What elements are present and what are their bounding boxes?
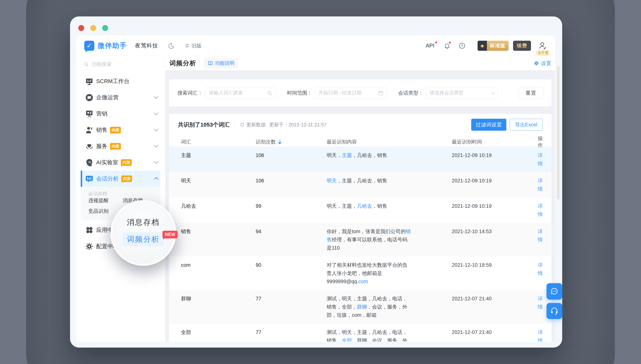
sidebar-item-service[interactable]: 服务内测 [81, 138, 160, 154]
search-icon [84, 61, 89, 67]
magnified-message-archive-label: 消息存档 [127, 217, 160, 227]
column-word: 词汇 [178, 138, 253, 145]
cell-count: 77 [253, 294, 324, 303]
cell-action: 详情 [535, 328, 543, 342]
sidebar-item-scrm[interactable]: SCRM工作台 [81, 73, 160, 90]
cell-action: 详情 [535, 202, 543, 218]
chat-icon [85, 93, 94, 102]
presentation-icon [85, 110, 94, 118]
monitor-icon [85, 77, 94, 86]
plan-badge[interactable]: ◆ 标准版 [478, 41, 509, 51]
app-logo-icon[interactable]: ✓ [84, 41, 94, 51]
notifications-bell-icon[interactable] [444, 42, 450, 49]
divider [179, 42, 180, 49]
table-row: 几哈去99明天，主题，几哈去，销售2021-12-09 10:19详情 [169, 198, 551, 223]
calendar-icon [378, 90, 383, 96]
sidebar-item-label: SCRM工作台 [96, 78, 130, 85]
sort-carets-icon[interactable] [278, 140, 281, 144]
export-excel-button[interactable]: 导出Excel [510, 119, 542, 131]
top-navbar: ✓ 微伴助手 夜莺科技 旧版 API ? [76, 36, 555, 56]
chevron-down-icon [154, 110, 158, 115]
renew-button[interactable]: 续费 [513, 41, 531, 51]
table-row: 明天106明天，主题，几哈去，销售2021-12-09 10:19详情 [169, 172, 551, 198]
swap-arrows-icon [184, 43, 190, 48]
window-controls [78, 25, 108, 31]
table-row: 群聊77测试，明天，主题，几哈去，电话，销售，全部，群聊，会议，服务，外部，垃圾… [169, 290, 551, 324]
detail-link[interactable]: 详情 [538, 203, 543, 217]
cell-count: 77 [253, 328, 324, 336]
new-badge: NEW [163, 231, 178, 238]
switch-old-version-link[interactable]: 旧版 [184, 42, 202, 49]
cell-recent-time: 2021-12-09 10:19 [449, 176, 535, 185]
cell-recent-time: 2021-12-10 18:59 [449, 261, 535, 269]
refresh-data-button[interactable]: 更新数据 [240, 122, 266, 128]
sidebar-search-input[interactable] [92, 62, 158, 67]
minimize-window-button[interactable] [90, 25, 96, 31]
user-icon: ¥ [85, 126, 94, 134]
book-icon [208, 60, 213, 66]
chat-bubble-icon [550, 287, 559, 296]
last-updated-text: 更新于：2021-12-11 21:57 [269, 122, 326, 128]
word-search-field[interactable] [205, 87, 276, 99]
sidebar-item-sales[interactable]: ¥销售内测 [81, 122, 160, 138]
cell-count: 106 [253, 176, 324, 185]
sidebar-item-label: 销售 [96, 126, 107, 134]
reset-button[interactable]: 重置 [519, 87, 543, 99]
highlighted-word: 群聊 [357, 304, 367, 310]
detail-link[interactable]: 详情 [538, 152, 543, 166]
sidebar-item-ai-lab[interactable]: AIAI实验室内测 [81, 154, 160, 170]
help-question-icon[interactable]: ? [459, 42, 465, 49]
detail-link[interactable]: 详情 [538, 178, 543, 192]
search-word-label: 搜索词汇： [177, 90, 203, 96]
sidebar-item-marketing[interactable]: 营销 [81, 106, 160, 122]
filter-words-settings-button[interactable]: 过滤词设置 [471, 119, 506, 131]
cell-action: 详情 [535, 294, 543, 311]
cell-recent-time: 2021-12-09 10:19 [449, 151, 535, 160]
cell-word: com [178, 261, 253, 269]
cell-word: 群聊 [178, 294, 253, 303]
results-card: 共识别了1053个词汇 更新数据 更新于：2021-12-11 21:57 过滤… [169, 114, 551, 342]
browser-window: ✓ 微伴助手 夜莺科技 旧版 API ? [70, 16, 562, 348]
sidebar-item-qiwei[interactable]: 企微运营 [81, 90, 160, 106]
sidebar-search[interactable] [84, 59, 158, 69]
maximize-window-button[interactable] [102, 25, 108, 31]
detail-link[interactable]: 详情 [538, 330, 543, 342]
scrollbar-thumb[interactable] [557, 66, 559, 200]
dark-mode-moon-icon[interactable] [168, 42, 175, 49]
cell-word: 明天 [178, 176, 253, 185]
customer-service-float-button[interactable] [546, 303, 562, 319]
table-row: 全部77测试，明天，主题，几哈去，电话，销售，全部，群聊，会议，服务，外部，垃圾… [169, 324, 551, 342]
sidebar-item-label: 营销 [96, 110, 107, 118]
cell-recent-time: 2021-12-07 21:40 [449, 328, 535, 336]
column-count[interactable]: 识别次数 [253, 138, 324, 145]
cell-count: 106 [253, 151, 324, 160]
settings-button[interactable]: 设置 [534, 60, 551, 67]
close-window-button[interactable] [78, 25, 84, 31]
highlighted-word: 主题 [342, 152, 352, 158]
cell-count: 90 [253, 261, 324, 269]
api-link[interactable]: API [426, 42, 434, 49]
detail-link[interactable]: 详情 [538, 296, 543, 310]
table-body: 主题106明天，主题，几哈去，销售2021-12-09 10:19详情明天106… [169, 147, 551, 342]
detail-link[interactable]: 详情 [538, 229, 543, 242]
heart-icon [85, 142, 94, 151]
word-search-input[interactable] [209, 90, 267, 96]
avatar[interactable]: 未开通 [538, 41, 548, 50]
cell-recent-content: 明天，主题，几哈去，销售 [324, 151, 411, 160]
feature-help-button[interactable]: 功能说明 [204, 58, 238, 68]
sidebar-item-analysis[interactable]: 会话分析内测 [81, 170, 160, 187]
navbar-right: API ? ◆ 标准版 续费 未开通 [426, 41, 548, 51]
sidebar-item-label: 企微运营 [96, 94, 119, 101]
cell-recent-time: 2021-12-07 21:40 [449, 294, 535, 303]
magnified-word-frequency-item[interactable]: 词频分析 NEW [123, 232, 164, 246]
column-recent-content: 最近识别内容 [324, 138, 449, 145]
submenu-item[interactable]: 违规提醒 [88, 196, 123, 206]
cell-recent-time: 2021-12-09 10:19 [449, 202, 535, 210]
cell-action: 详情 [535, 151, 543, 168]
feedback-chat-float-button[interactable] [546, 283, 562, 300]
detail-link[interactable]: 详情 [538, 262, 543, 276]
cell-word: 销售 [178, 227, 253, 236]
date-range-picker[interactable]: 开始日期 ~结束日期 [315, 87, 387, 99]
page-content: 搜索词汇： 时间范围： 开始日期 ~结束日期 会话类型： [165, 70, 555, 342]
session-type-select[interactable]: 请选择会话类型 [426, 87, 498, 99]
